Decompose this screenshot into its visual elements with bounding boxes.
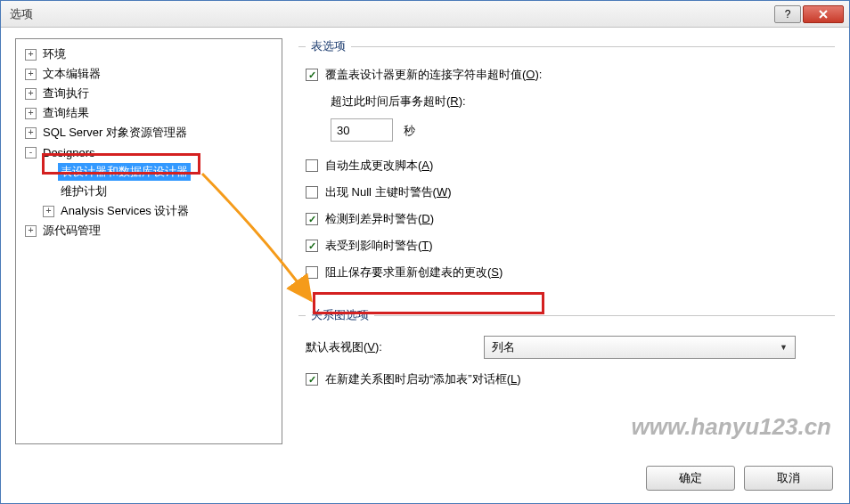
auto-script-checkbox[interactable]	[306, 159, 318, 172]
diff-warn-label: 检测到差异时警告(D)	[325, 211, 434, 227]
window-title: 选项	[6, 6, 774, 22]
tree-item[interactable]: +环境	[20, 45, 278, 64]
default-view-label: 默认表视图(V):	[306, 339, 484, 355]
table-options-group: 表选项 覆盖表设计器更新的连接字符串超时值(O): 超过此时间后事务超时(R):…	[298, 38, 835, 298]
chevron-down-icon: ▼	[780, 343, 788, 352]
close-button[interactable]	[803, 5, 844, 23]
expand-icon[interactable]: +	[25, 49, 37, 61]
tree-item[interactable]: 维护计划	[20, 182, 278, 201]
titlebar: 选项 ?	[1, 1, 849, 28]
affect-warn-checkbox[interactable]	[306, 240, 318, 252]
expand-icon[interactable]: +	[25, 88, 37, 100]
diagram-options-group: 关系图选项 默认表视图(V): 列名 ▼ 在新建关系图时启动“添加表”对话框(L…	[298, 307, 835, 405]
expand-icon[interactable]: +	[25, 127, 37, 139]
prevent-save-option[interactable]: 阻止保存要求重新创建表的更改(S)	[306, 264, 828, 280]
affect-warn-label: 表受到影响时警告(T)	[325, 238, 433, 254]
timeout-block: 超过此时间后事务超时(R): 秒	[331, 93, 828, 142]
diff-warn-option[interactable]: 检测到差异时警告(D)	[306, 211, 828, 227]
tree-item[interactable]: +文本编辑器	[20, 64, 278, 84]
tree-item[interactable]: +查询执行	[20, 84, 278, 103]
tree-item-label: 查询执行	[40, 85, 92, 102]
prevent-save-label: 阻止保存要求重新创建表的更改(S)	[325, 264, 503, 280]
null-warn-checkbox[interactable]	[306, 186, 318, 199]
tree-item-label: 文本编辑器	[40, 65, 103, 83]
tree-item-label: Analysis Services 设计器	[58, 202, 192, 220]
close-icon	[818, 10, 829, 19]
tree-item[interactable]: +Analysis Services 设计器	[20, 201, 278, 221]
timeout-input[interactable]	[331, 118, 393, 142]
options-panel: 表选项 覆盖表设计器更新的连接字符串超时值(O): 超过此时间后事务超时(R):…	[298, 38, 835, 444]
default-view-row: 默认表视图(V): 列名 ▼	[306, 336, 828, 359]
expand-icon[interactable]: +	[25, 108, 37, 119]
dialog-footer: 确定 取消	[646, 466, 833, 491]
timeout-input-row: 秒	[331, 118, 828, 142]
default-view-select[interactable]: 列名 ▼	[484, 336, 796, 359]
ok-button[interactable]: 确定	[646, 466, 735, 491]
expand-icon[interactable]: +	[43, 206, 54, 217]
tree-item-label: SQL Server 对象资源管理器	[40, 124, 190, 142]
launch-add-label: 在新建关系图时启动“添加表”对话框(L)	[325, 371, 521, 387]
tree-item[interactable]: +SQL Server 对象资源管理器	[20, 123, 278, 142]
diagram-options-legend: 关系图选项	[306, 307, 374, 323]
tree-item-label: 环境	[40, 45, 69, 63]
tree-item[interactable]: +查询结果	[20, 103, 278, 123]
tree-item-label: 表设计器和数据库设计器	[58, 163, 191, 181]
override-timeout-option[interactable]: 覆盖表设计器更新的连接字符串超时值(O):	[306, 67, 828, 83]
tree-item-label: 查询结果	[40, 104, 92, 122]
launch-add-option[interactable]: 在新建关系图时启动“添加表”对话框(L)	[306, 371, 828, 387]
launch-add-checkbox[interactable]	[306, 373, 318, 386]
override-timeout-checkbox[interactable]	[306, 69, 318, 81]
affect-warn-option[interactable]: 表受到影响时警告(T)	[306, 238, 828, 254]
timeout-unit: 秒	[404, 124, 415, 137]
null-warn-option[interactable]: 出现 Null 主键时警告(W)	[306, 184, 828, 200]
tree-item-label: Designers	[40, 145, 98, 160]
expand-icon[interactable]: +	[25, 225, 37, 237]
content-area: +环境+文本编辑器+查询执行+查询结果+SQL Server 对象资源管理器-D…	[1, 28, 849, 455]
titlebar-buttons: ?	[774, 5, 844, 23]
tree-panel[interactable]: +环境+文本编辑器+查询执行+查询结果+SQL Server 对象资源管理器-D…	[15, 38, 282, 444]
null-warn-label: 出现 Null 主键时警告(W)	[325, 184, 452, 200]
help-button[interactable]: ?	[774, 5, 801, 23]
override-label: 覆盖表设计器更新的连接字符串超时值(O):	[325, 67, 542, 83]
prevent-save-checkbox[interactable]	[306, 266, 318, 279]
expand-icon[interactable]: +	[25, 69, 37, 80]
auto-script-label: 自动生成更改脚本(A)	[325, 158, 433, 174]
tree-item[interactable]: +源代码管理	[20, 221, 278, 240]
tree-item-label: 维护计划	[58, 183, 110, 200]
tree-item[interactable]: -Designers	[20, 142, 278, 162]
auto-script-option[interactable]: 自动生成更改脚本(A)	[306, 158, 828, 174]
collapse-icon[interactable]: -	[25, 147, 37, 159]
cancel-button[interactable]: 取消	[744, 466, 833, 491]
diff-warn-checkbox[interactable]	[306, 213, 318, 225]
table-options-legend: 表选项	[306, 38, 351, 54]
tree-item-label: 源代码管理	[40, 222, 103, 240]
default-view-value: 列名	[492, 339, 515, 355]
tree-item[interactable]: 表设计器和数据库设计器	[20, 162, 278, 182]
timeout-label: 超过此时间后事务超时(R):	[331, 93, 828, 110]
